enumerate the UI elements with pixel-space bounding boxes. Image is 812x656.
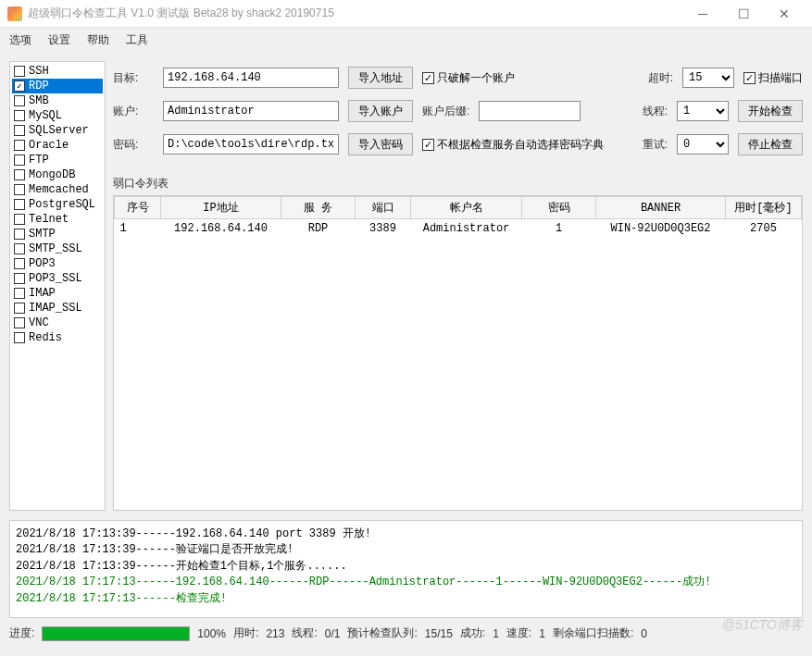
maximize-button[interactable]: ☐ [723, 1, 764, 27]
protocol-item-imap_ssl[interactable]: IMAP_SSL [12, 301, 103, 316]
retry-select[interactable]: 0 [677, 134, 729, 155]
checkbox-icon[interactable] [14, 303, 25, 314]
col-account[interactable]: 帐户名 [411, 197, 522, 219]
checkbox-icon[interactable] [14, 155, 25, 166]
start-button[interactable]: 开始检查 [738, 100, 803, 122]
checkbox-icon[interactable] [14, 258, 25, 269]
cell-ip: 192.168.64.140 [161, 219, 281, 239]
protocol-item-ftp[interactable]: FTP [12, 153, 103, 167]
col-ip[interactable]: IP地址 [161, 197, 281, 219]
close-button[interactable]: ✕ [764, 1, 805, 27]
col-seq[interactable]: 序号 [115, 197, 161, 219]
remaining-value: 0 [641, 627, 647, 640]
form-area: 目标: 导入地址 ✓ 只破解一个账户 超时: 15 ✓ 扫描端口 账户: [113, 61, 803, 176]
import-target-button[interactable]: 导入地址 [348, 67, 413, 89]
protocol-item-telnet[interactable]: Telnet [12, 212, 103, 227]
checkbox-icon[interactable] [14, 317, 25, 328]
account-suffix-input[interactable] [479, 101, 581, 121]
progress-bar [42, 626, 190, 641]
menubar: 选项 设置 帮助 工具 [0, 28, 812, 52]
protocol-item-smtp[interactable]: SMTP [12, 227, 103, 241]
elapsed-label: 用时: [233, 625, 258, 641]
checkbox-icon[interactable]: ✓ [14, 80, 25, 92]
success-label: 成功: [460, 625, 485, 641]
col-service[interactable]: 服 务 [281, 197, 356, 219]
table-row[interactable]: 1192.168.64.140RDP3389Administrator1WIN-… [115, 219, 802, 239]
protocol-item-imap[interactable]: IMAP [12, 286, 103, 301]
stop-button[interactable]: 停止检查 [738, 133, 803, 155]
menu-help[interactable]: 帮助 [87, 32, 109, 48]
no-auto-dict-checkbox[interactable]: ✓ 不根据检查服务自动选择密码字典 [422, 137, 604, 153]
protocol-label: IMAP [29, 287, 56, 300]
checkbox-icon[interactable] [14, 243, 25, 254]
checkbox-icon[interactable] [14, 184, 25, 195]
protocol-item-ssh[interactable]: SSH [12, 64, 103, 79]
protocol-item-pop3_ssl[interactable]: POP3_SSL [12, 271, 103, 286]
col-time[interactable]: 用时[毫秒] [726, 197, 802, 219]
threads-select[interactable]: 1 [677, 101, 729, 121]
protocol-label: VNC [29, 316, 49, 329]
remaining-label: 剩余端口扫描数: [553, 625, 633, 641]
protocol-item-mongodb[interactable]: MongoDB [12, 167, 103, 182]
checkbox-icon[interactable] [14, 288, 25, 299]
scan-port-checkbox[interactable]: ✓ 扫描端口 [743, 70, 803, 86]
result-table-wrap[interactable]: 序号 IP地址 服 务 端口 帐户名 密码 BANNER 用时[毫秒] 1192… [113, 195, 803, 511]
password-input[interactable] [163, 134, 339, 155]
window-title: 超级弱口令检查工具 V1.0 测试版 Beta28 by shack2 2019… [28, 6, 682, 21]
col-banner[interactable]: BANNER [596, 197, 726, 219]
log-area[interactable]: 2021/8/18 17:13:39------192.168.64.140 p… [9, 520, 803, 618]
queue-label: 预计检查队列: [347, 625, 417, 641]
menu-settings[interactable]: 设置 [48, 32, 70, 48]
checkbox-icon[interactable] [14, 332, 25, 343]
protocol-label: POP3_SSL [29, 272, 82, 285]
col-port[interactable]: 端口 [356, 197, 411, 219]
cell-time: 2705 [726, 219, 802, 239]
checkbox-icon[interactable] [14, 95, 25, 106]
menu-tools[interactable]: 工具 [126, 32, 148, 48]
protocol-item-redis[interactable]: Redis [12, 330, 103, 345]
protocol-item-smtp_ssl[interactable]: SMTP_SSL [12, 241, 103, 256]
checkbox-icon[interactable] [14, 229, 25, 240]
checkbox-icon[interactable] [14, 199, 25, 210]
timeout-select[interactable]: 15 [682, 68, 734, 88]
checkbox-icon[interactable] [14, 169, 25, 180]
target-label: 目标: [113, 70, 154, 86]
protocol-item-postgresql[interactable]: PostgreSQL [12, 197, 103, 212]
protocol-item-vnc[interactable]: VNC [12, 316, 103, 330]
checkbox-icon[interactable] [14, 125, 25, 136]
app-icon [7, 6, 22, 21]
s-threads-value: 0/1 [325, 627, 341, 640]
protocol-item-pop3[interactable]: POP3 [12, 256, 103, 271]
protocol-item-rdp[interactable]: ✓RDP [12, 79, 103, 93]
account-input[interactable] [163, 101, 339, 121]
main-content: SSH✓RDPSMBMySQLSQLServerOracleFTPMongoDB… [0, 52, 812, 520]
import-account-button[interactable]: 导入账户 [348, 100, 413, 122]
cell-password: 1 [522, 219, 596, 239]
checkbox-icon[interactable] [14, 214, 25, 225]
checkbox-icon[interactable] [14, 140, 25, 151]
menu-options[interactable]: 选项 [9, 32, 31, 48]
protocol-item-sqlserver[interactable]: SQLServer [12, 123, 103, 138]
only-one-account-checkbox[interactable]: ✓ 只破解一个账户 [422, 70, 515, 86]
log-line: 2021/8/18 17:13:39------开始检查1个目标,1个服务...… [16, 559, 796, 575]
cell-banner: WIN-92U0D0Q3EG2 [596, 219, 726, 239]
checkbox-icon[interactable] [14, 273, 25, 284]
protocol-label: SSH [29, 65, 49, 78]
protocol-item-oracle[interactable]: Oracle [12, 138, 103, 153]
protocol-item-memcached[interactable]: Memcached [12, 182, 103, 197]
minimize-button[interactable]: ─ [682, 1, 723, 27]
target-input[interactable] [163, 68, 339, 88]
checkbox-icon[interactable] [14, 66, 25, 77]
protocol-label: SMTP [29, 228, 56, 241]
protocol-item-smb[interactable]: SMB [12, 93, 103, 108]
cell-account: Administrator [411, 219, 522, 239]
import-password-button[interactable]: 导入密码 [348, 133, 413, 155]
col-password[interactable]: 密码 [522, 197, 596, 219]
speed-value: 1 [539, 627, 545, 640]
protocol-label: MongoDB [29, 168, 75, 181]
checkbox-icon[interactable] [14, 110, 25, 121]
protocol-list[interactable]: SSH✓RDPSMBMySQLSQLServerOracleFTPMongoDB… [9, 61, 106, 511]
log-line: 2021/8/18 17:17:13------检查完成! [16, 591, 796, 607]
log-line: 2021/8/18 17:13:39------验证端口是否开放完成! [16, 542, 796, 558]
protocol-item-mysql[interactable]: MySQL [12, 108, 103, 123]
